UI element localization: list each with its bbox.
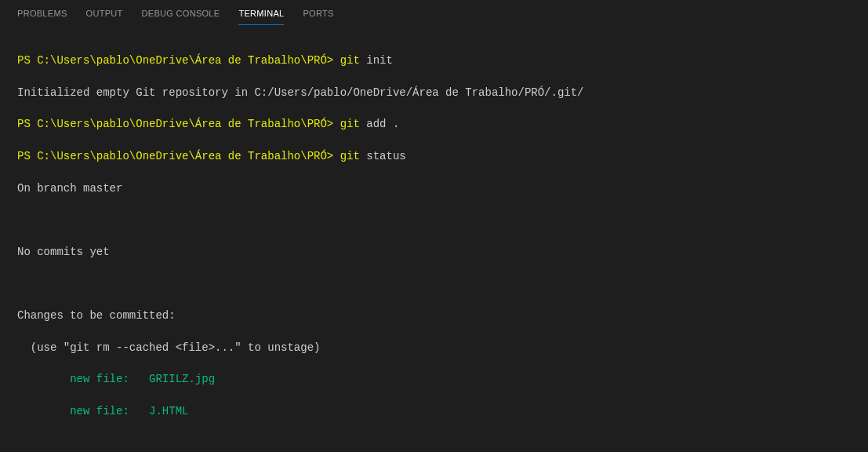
output-line: On branch master: [17, 180, 851, 196]
panel-tabs: PROBLEMS OUTPUT DEBUG CONSOLE TERMINAL P…: [0, 0, 868, 27]
output-line-new-file: new file: GRIILZ.jpg: [17, 371, 851, 387]
empty-line: [17, 435, 851, 450]
output-line: Initialized empty Git repository in C:/U…: [17, 85, 851, 100]
cmd-git: git: [340, 118, 360, 130]
tab-ports[interactable]: PORTS: [293, 2, 343, 24]
output-line: No commits yet: [17, 244, 851, 260]
tab-output[interactable]: OUTPUT: [77, 2, 133, 24]
prompt: PS C:\Users\pablo\OneDrive\Área de Traba…: [17, 118, 333, 130]
output-line: Changes to be committed:: [17, 308, 851, 323]
cmd-git: git: [340, 54, 360, 67]
tab-terminal[interactable]: TERMINAL: [229, 2, 293, 24]
tab-problems[interactable]: PROBLEMS: [8, 2, 77, 24]
terminal-output[interactable]: PS C:\Users\pablo\OneDrive\Área de Traba…: [0, 27, 868, 452]
prompt: PS C:\Users\pablo\OneDrive\Área de Traba…: [17, 54, 333, 67]
cmd-arg: status: [360, 150, 406, 162]
output-line: (use "git rm --cached <file>..." to unst…: [17, 340, 851, 355]
output-line-new-file: new file: J.HTML: [17, 403, 851, 419]
cmd-git: git: [340, 150, 360, 162]
empty-line: [17, 275, 851, 291]
cmd-arg: init: [360, 54, 393, 67]
prompt: PS C:\Users\pablo\OneDrive\Área de Traba…: [17, 150, 333, 162]
tab-debug-console[interactable]: DEBUG CONSOLE: [133, 2, 230, 24]
empty-line: [17, 212, 851, 228]
cmd-arg: add .: [360, 118, 399, 130]
